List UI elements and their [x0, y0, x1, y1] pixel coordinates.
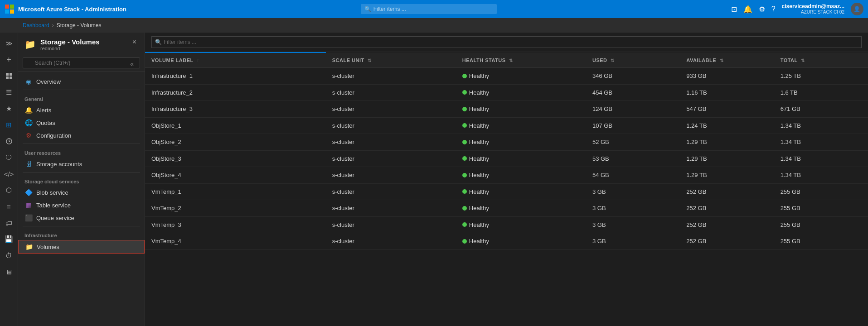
sidebar-item-queue-service[interactable]: ⬛ Queue service: [18, 211, 145, 224]
cell-health-status: Healthy: [456, 183, 586, 200]
cell-scale-unit: s-cluster: [326, 216, 456, 233]
sidebar-item-storage-accounts[interactable]: 🗄 Storage accounts: [18, 158, 145, 170]
sidebar-volumes-label: Volumes: [37, 244, 59, 250]
panel-subtitle: redmond: [40, 46, 100, 51]
sidebar-item-quotas[interactable]: 🌐 Quotas: [18, 116, 145, 129]
cell-volume-label: Infrastructure_1: [145, 68, 326, 85]
icon-sidebar-monitor[interactable]: 🖥: [1, 264, 17, 279]
sort-icon-volume: ↑: [197, 58, 199, 63]
cell-total: 255 GB: [774, 233, 868, 250]
col-header-total[interactable]: TOTAL ⇅: [774, 53, 868, 68]
sidebar-item-alerts[interactable]: 🔔 Alerts: [18, 104, 145, 116]
sidebar-item-overview[interactable]: ◉ Overview: [18, 75, 145, 88]
health-dot: [462, 90, 467, 95]
cell-health-status: Healthy: [456, 68, 586, 85]
icon-sidebar-grid[interactable]: ⊞: [1, 118, 17, 132]
cell-available: 547 GB: [680, 101, 774, 118]
sidebar-item-volumes[interactable]: 📁 Volumes: [18, 240, 145, 254]
cell-used: 3 GB: [586, 200, 680, 217]
health-badge: Healthy: [462, 238, 489, 244]
svg-rect-6: [6, 77, 9, 79]
sidebar-item-configuration[interactable]: ⚙ Configuration: [18, 129, 145, 142]
icon-sidebar-code[interactable]: </>: [1, 167, 17, 181]
avatar[interactable]: 👤: [851, 3, 863, 15]
table-row[interactable]: Infrastructure_2s-clusterHealthy454 GB1.…: [145, 84, 868, 101]
table-row[interactable]: VmTemp_4s-clusterHealthy3 GB252 GB255 GB: [145, 233, 868, 250]
col-header-health-status[interactable]: HEALTH STATUS ⇅: [456, 53, 586, 68]
icon-sidebar-expand[interactable]: ≫: [1, 36, 17, 51]
icon-sidebar-clock[interactable]: ⏱: [1, 248, 17, 263]
cell-total: 1.25 TB: [774, 68, 868, 85]
health-badge: Healthy: [462, 89, 489, 96]
svg-rect-0: [5, 5, 9, 9]
sidebar-overview-label: Overview: [36, 78, 61, 85]
table-row[interactable]: ObjStore_4s-clusterHealthy54 GB1.29 TB1.…: [145, 167, 868, 184]
topbar-left: Microsoft Azure Stack - Administration: [5, 4, 126, 14]
table-body: Infrastructure_1s-clusterHealthy346 GB93…: [145, 68, 868, 250]
icon-sidebar-cube[interactable]: ⬡: [1, 183, 17, 197]
col-header-used[interactable]: USED ⇅: [586, 53, 680, 68]
portal-icon[interactable]: ⊡: [731, 5, 737, 14]
sidebar-search-wrap: 🔍 «: [18, 55, 145, 72]
health-badge: Healthy: [462, 172, 489, 178]
col-header-volume-label[interactable]: VOLUME LABEL ↑: [145, 53, 326, 68]
health-dot: [462, 74, 467, 78]
sidebar-item-table-service[interactable]: ▦ Table service: [18, 199, 145, 211]
panel-close-button[interactable]: ×: [131, 38, 138, 46]
icon-sidebar-menu[interactable]: ☰: [1, 85, 17, 100]
user-info: ciserviceadmin@msaz... AZURE STACK CI 02: [782, 3, 844, 15]
cell-available: 1.29 TB: [680, 167, 774, 184]
health-dot: [462, 173, 467, 177]
search-wrap: 🔍: [361, 4, 497, 14]
table-row[interactable]: ObjStore_1s-clusterHealthy107 GB1.24 TB1…: [145, 117, 868, 134]
icon-sidebar-storage[interactable]: 💾: [1, 232, 17, 246]
settings-icon[interactable]: ⚙: [759, 5, 765, 14]
search-input[interactable]: [361, 4, 497, 14]
svg-rect-1: [10, 5, 14, 9]
main-layout: ≫ + ☰ ★ ⊞ 🛡 </> ⬡ ≡ 🏷 💾 ⏱ 🖥 📁 Storage - …: [0, 33, 868, 326]
sidebar-item-blob-service[interactable]: 🔷 Blob service: [18, 186, 145, 199]
table-row[interactable]: Infrastructure_1s-clusterHealthy346 GB93…: [145, 68, 868, 85]
health-badge: Healthy: [462, 105, 489, 112]
sidebar-collapse-button[interactable]: «: [130, 60, 134, 67]
sidebar-search-input[interactable]: [23, 58, 140, 68]
svg-rect-5: [10, 73, 12, 76]
table-container: VOLUME LABEL ↑ SCALE UNIT ⇅ HEALTH STATU…: [145, 52, 868, 326]
cell-volume-label: ObjStore_2: [145, 134, 326, 151]
topbar-right: ⊡ 🔔 ⚙ ? ciserviceadmin@msaz... AZURE STA…: [731, 3, 863, 15]
table-row[interactable]: VmTemp_3s-clusterHealthy3 GB252 GB255 GB: [145, 216, 868, 233]
health-badge: Healthy: [462, 122, 489, 129]
volumes-table: VOLUME LABEL ↑ SCALE UNIT ⇅ HEALTH STATU…: [145, 52, 868, 250]
icon-sidebar-star[interactable]: ★: [1, 101, 17, 116]
icon-sidebar-plus[interactable]: +: [1, 53, 17, 67]
table-header: VOLUME LABEL ↑ SCALE UNIT ⇅ HEALTH STATU…: [145, 53, 868, 68]
cell-available: 1.16 TB: [680, 84, 774, 101]
table-row[interactable]: VmTemp_1s-clusterHealthy3 GB252 GB255 GB: [145, 183, 868, 200]
cell-scale-unit: s-cluster: [326, 183, 456, 200]
help-icon[interactable]: ?: [771, 5, 776, 13]
storage-accounts-icon: 🗄: [24, 160, 33, 168]
table-row[interactable]: Infrastructure_3s-clusterHealthy124 GB54…: [145, 101, 868, 118]
icon-sidebar-list[interactable]: ≡: [1, 199, 17, 214]
col-header-available[interactable]: AVAILABLE ⇅: [680, 53, 774, 68]
cell-total: 1.34 TB: [774, 134, 868, 151]
table-row[interactable]: ObjStore_2s-clusterHealthy52 GB1.29 TB1.…: [145, 134, 868, 151]
icon-sidebar-dashboard[interactable]: [1, 69, 17, 83]
col-header-scale-unit[interactable]: SCALE UNIT ⇅: [326, 53, 456, 68]
cell-scale-unit: s-cluster: [326, 167, 456, 184]
table-row[interactable]: VmTemp_2s-clusterHealthy3 GB252 GB255 GB: [145, 200, 868, 217]
health-badge: Healthy: [462, 155, 489, 162]
overview-icon: ◉: [24, 78, 33, 85]
bell-icon[interactable]: 🔔: [743, 5, 752, 14]
icon-sidebar-resource[interactable]: [1, 134, 17, 149]
icon-sidebar-shield[interactable]: 🛡: [1, 150, 17, 165]
icon-sidebar-tag[interactable]: 🏷: [1, 216, 17, 230]
topbar: Microsoft Azure Stack - Administration 🔍…: [0, 0, 868, 18]
table-service-icon: ▦: [24, 201, 33, 209]
breadcrumb-dashboard[interactable]: Dashboard: [23, 22, 49, 29]
table-row[interactable]: ObjStore_3s-clusterHealthy53 GB1.29 TB1.…: [145, 150, 868, 167]
svg-rect-7: [10, 77, 12, 79]
cell-scale-unit: s-cluster: [326, 117, 456, 134]
filter-input[interactable]: [151, 36, 862, 48]
cell-health-status: Healthy: [456, 117, 586, 134]
